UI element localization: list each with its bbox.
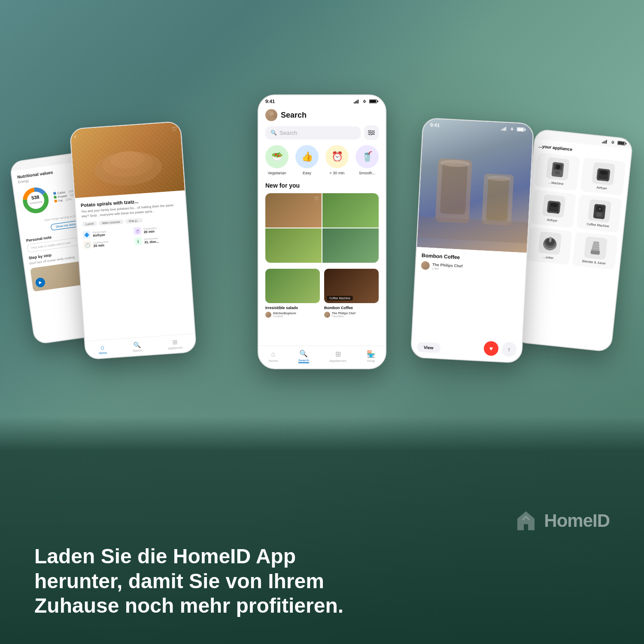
play-button[interactable]: ▶ bbox=[35, 277, 46, 288]
coffee-action-row: ♥ ↑ bbox=[483, 341, 517, 357]
svg-rect-32 bbox=[525, 129, 526, 131]
kitchen-explorer-avatar bbox=[265, 312, 271, 318]
category-easy[interactable]: 👍 Easy bbox=[295, 145, 319, 175]
svg-rect-27 bbox=[504, 128, 504, 131]
salads-user: KitchenExplorer Created bbox=[265, 312, 320, 318]
airfryer-icon bbox=[592, 162, 615, 185]
airfryer-name: Airfryer bbox=[596, 185, 607, 190]
svg-rect-26 bbox=[502, 128, 503, 131]
svg-rect-34 bbox=[440, 163, 468, 215]
svg-point-23 bbox=[372, 132, 374, 134]
tagline-line1: Laden Sie die HomeID App bbox=[34, 545, 296, 568]
phones-area: Nutritional values Energy 538 kcal/servi… bbox=[0, 26, 644, 382]
accessories-value: XL dou... bbox=[144, 239, 159, 244]
svg-point-13 bbox=[364, 102, 365, 103]
appliance-item-airfryer[interactable]: Airfryer bbox=[580, 157, 626, 195]
svg-rect-10 bbox=[355, 101, 356, 103]
snav-shop-label: Shop bbox=[367, 359, 375, 363]
accessories-icon: ℹ bbox=[134, 237, 143, 246]
salads-image bbox=[265, 269, 320, 303]
appliances-grid: Airfryer ...Machine bbox=[527, 152, 626, 270]
svg-rect-39 bbox=[417, 216, 528, 243]
snav-shop[interactable]: 🏪 Shop bbox=[367, 350, 375, 363]
philips-chef-name: The Philips Chef bbox=[332, 312, 355, 315]
category-easy-label: Easy bbox=[303, 171, 311, 175]
category-vegetarian[interactable]: 🥗 Vegetarian bbox=[265, 145, 289, 175]
coffee-bottom-content: Bombon Coffee The Philips Chef y late Vi… bbox=[411, 247, 527, 362]
cook-time-value: 20 min bbox=[93, 243, 109, 248]
svg-rect-11 bbox=[356, 100, 357, 103]
svg-rect-42 bbox=[605, 140, 606, 143]
svg-point-17 bbox=[269, 112, 273, 116]
appliance-item-coffee-machine[interactable]: Coffee Machine bbox=[576, 194, 622, 233]
coffee-image: Coffee Machine bbox=[324, 269, 379, 303]
view-button[interactable]: View bbox=[416, 342, 440, 353]
30min-icon-circle: ⏰ bbox=[325, 145, 349, 168]
nav-home[interactable]: ⌂ Home bbox=[98, 343, 107, 355]
svg-point-22 bbox=[369, 130, 371, 132]
category-30min[interactable]: ⏰ < 30 min bbox=[325, 145, 349, 175]
smoothie-icon-circle: 🥤 bbox=[355, 145, 379, 168]
coffee-machine-name: Coffee Machine bbox=[586, 222, 609, 228]
search-status-icons bbox=[354, 99, 379, 103]
svg-rect-25 bbox=[501, 129, 502, 131]
appliance-item-cooker[interactable]: ...ooker bbox=[527, 227, 573, 265]
search-input-box[interactable]: 🔍 Search bbox=[265, 126, 361, 140]
svg-rect-46 bbox=[618, 142, 625, 145]
nav-appliances[interactable]: ⊞ Appliances bbox=[167, 338, 183, 350]
svg-point-24 bbox=[370, 134, 371, 135]
nav-search[interactable]: 🔍 Search bbox=[132, 341, 143, 352]
coffee-share-button[interactable]: ↑ bbox=[501, 342, 517, 357]
appliance-item-airfryer2[interactable]: Airfryer bbox=[531, 190, 577, 228]
svg-rect-47 bbox=[626, 143, 626, 145]
recipe-type-value: Airfryer bbox=[93, 233, 106, 237]
search-header: Search bbox=[258, 106, 386, 125]
filter-button[interactable] bbox=[364, 125, 379, 140]
coffee-status-time: 9:41 bbox=[430, 122, 440, 128]
search-status-bar: 9:41 bbox=[258, 95, 386, 106]
svg-text:kcal/serving: kcal/serving bbox=[30, 200, 43, 205]
phone-search-main: 9:41 Search 🔍 Search bbox=[258, 94, 386, 369]
snav-appliances[interactable]: ⊞ Appliances bbox=[330, 350, 346, 363]
recipe-card-coffee[interactable]: Coffee Machine Bombon Coffee The Philips… bbox=[324, 269, 379, 318]
kitchen-explorer-name: KitchenExplorer bbox=[273, 312, 296, 315]
category-vegetarian-label: Vegetarian bbox=[267, 171, 286, 175]
snav-search-icon: 🔍 bbox=[299, 349, 308, 358]
recipe-card-salads[interactable]: Irresistible salads KitchenExplorer Crea… bbox=[265, 269, 320, 318]
phone-recipe: ‹ ♡ Potato spirals with tzatz... You and… bbox=[69, 121, 197, 360]
coffee-photo: 9:41 bbox=[417, 118, 533, 253]
new-for-you-label: New for you bbox=[258, 182, 386, 193]
category-scroll: 🥗 Vegetarian 👍 Easy ⏰ < 30 min 🥤 Smooth.… bbox=[258, 145, 386, 182]
category-smoothie[interactable]: 🥤 Smooth... bbox=[355, 145, 379, 175]
snav-shop-icon: 🏪 bbox=[367, 350, 375, 358]
coffee-badge: Coffee Machine bbox=[327, 296, 353, 301]
nav-search-label: Search bbox=[133, 349, 143, 352]
coffee-card-user: The Philips Chef y late bbox=[421, 261, 521, 275]
snav-home-icon: ⌂ bbox=[271, 350, 276, 358]
blender-icon bbox=[583, 236, 607, 260]
snav-search[interactable]: 🔍 Search bbox=[298, 349, 309, 363]
cook-time-icon: 🕐 bbox=[83, 241, 91, 249]
snav-appliances-icon: ⊞ bbox=[335, 350, 341, 358]
svg-rect-65 bbox=[596, 213, 602, 217]
search-icon: 🔍 bbox=[270, 130, 277, 136]
svg-rect-56 bbox=[554, 170, 560, 175]
coffee-heart-button[interactable]: ♥ bbox=[483, 341, 499, 356]
recipe-image: ‹ ♡ bbox=[70, 122, 185, 198]
category-30min-label: < 30 min bbox=[330, 171, 345, 175]
recipe-grid: ♡ bbox=[265, 193, 379, 263]
svg-rect-28 bbox=[505, 127, 506, 131]
salads-title: Irresistible salads bbox=[265, 306, 320, 310]
coffee-machine-icon bbox=[588, 199, 611, 223]
appliance-item-blender[interactable]: Blender & Juicer bbox=[572, 232, 618, 270]
philips-chef-action: Favorited bbox=[332, 315, 355, 318]
prep-icon: ⏱ bbox=[134, 227, 142, 235]
tagline-line3: Zuhause noch mehr profitieren. bbox=[34, 594, 343, 617]
grid-image-1: ♡ bbox=[265, 193, 322, 228]
snav-home[interactable]: ⌂ Home bbox=[269, 350, 278, 363]
appliance-item-machine[interactable]: ...Machine bbox=[535, 152, 580, 191]
tag-one: One p... bbox=[125, 218, 143, 224]
grid-heart-1[interactable]: ♡ bbox=[314, 196, 319, 202]
coffee-user: The Philips Chef Favorited bbox=[324, 312, 379, 318]
search-bar-row: 🔍 Search bbox=[258, 125, 386, 145]
